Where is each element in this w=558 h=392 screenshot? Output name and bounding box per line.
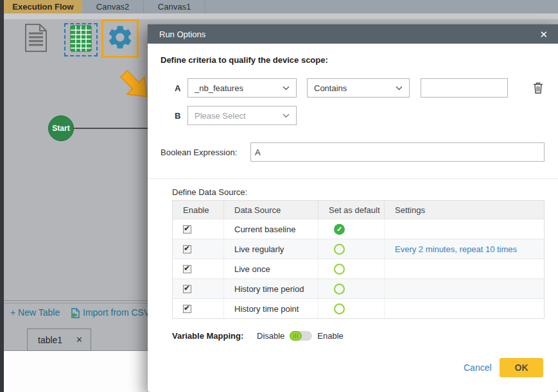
table-row-history-time-period: History time period bbox=[173, 278, 544, 298]
variable-mapping-row: Variable Mapping: Disable Enable bbox=[172, 330, 344, 341]
column-header-set-as-default: Set as default bbox=[318, 201, 385, 219]
app-window: Execution Flow Canvas2 Canvas1 bbox=[0, 0, 558, 392]
criteria-row-b: B Please Select bbox=[148, 106, 558, 125]
field-select-b-value: Please Select bbox=[195, 111, 246, 121]
flow-connector-line bbox=[73, 128, 149, 129]
data-source-name: Live regularly bbox=[224, 239, 318, 259]
data-source-table-header: Enable Data Source Set as default Settin… bbox=[173, 201, 544, 219]
toolbar-strip bbox=[4, 13, 558, 19]
variable-mapping-toggle[interactable] bbox=[290, 331, 312, 341]
column-header-data-source: Data Source bbox=[224, 201, 318, 219]
import-from-csv-button[interactable]: Import from CSV bbox=[83, 307, 150, 318]
column-header-settings: Settings bbox=[385, 201, 544, 219]
boolean-expression-label: Boolean Expression: bbox=[161, 142, 237, 162]
enable-checkbox[interactable] bbox=[183, 245, 191, 253]
settings-cell bbox=[385, 279, 544, 298]
data-source-name: Current baseline bbox=[224, 219, 318, 239]
variable-mapping-label: Variable Mapping: bbox=[172, 331, 257, 341]
boolean-expression-input[interactable] bbox=[250, 142, 545, 162]
trash-icon[interactable] bbox=[533, 82, 543, 96]
column-header-enable: Enable bbox=[173, 201, 224, 219]
left-rail bbox=[0, 0, 4, 392]
table-icon bbox=[70, 25, 92, 55]
chevron-down-icon bbox=[396, 86, 403, 90]
field-select-a-value: _nb_features bbox=[195, 83, 243, 93]
criteria-row-b-label: B bbox=[175, 111, 180, 121]
table1-tab[interactable]: table1 ✕ bbox=[27, 328, 91, 351]
criteria-row-a: A _nb_features Contains bbox=[148, 78, 558, 98]
operator-select-a-value: Contains bbox=[314, 83, 347, 93]
document-icon[interactable] bbox=[24, 24, 48, 55]
data-source-name: History time period bbox=[224, 279, 318, 298]
enable-checkbox[interactable] bbox=[183, 305, 191, 313]
cancel-button[interactable]: Cancel bbox=[464, 362, 492, 373]
gear-icon bbox=[106, 23, 134, 54]
new-table-button[interactable]: + New Table bbox=[10, 307, 60, 318]
criteria-value-input[interactable] bbox=[421, 78, 508, 98]
set-default-radio[interactable] bbox=[334, 224, 345, 235]
table1-tab-label: table1 bbox=[38, 335, 62, 345]
section-separator bbox=[148, 178, 558, 179]
table-row-live-once: Live once bbox=[173, 259, 544, 278]
table-content-area bbox=[4, 350, 149, 392]
chevron-down-icon bbox=[283, 114, 290, 118]
toggle-knob bbox=[290, 331, 302, 341]
table1-tab-close-icon[interactable]: ✕ bbox=[76, 335, 83, 345]
variable-mapping-disable-label: Disable bbox=[257, 331, 284, 341]
tab-canvas1[interactable]: Canvas1 bbox=[144, 0, 205, 13]
table-row-current-baseline: Current baseline bbox=[173, 219, 544, 239]
enable-checkbox[interactable] bbox=[183, 265, 191, 273]
variable-mapping-enable-label: Enable bbox=[317, 331, 343, 341]
enable-checkbox[interactable] bbox=[183, 225, 191, 234]
dialog-title: Run Options bbox=[159, 30, 205, 39]
run-options-dialog: Run Options ✕ Define criteria to qualify… bbox=[148, 24, 558, 392]
boolean-expression-row: Boolean Expression: bbox=[148, 142, 558, 162]
settings-cell bbox=[385, 219, 544, 239]
operator-select-a[interactable]: Contains bbox=[307, 78, 410, 98]
field-select-a[interactable]: _nb_features bbox=[187, 78, 297, 98]
set-default-radio[interactable] bbox=[334, 303, 345, 314]
run-options-tool-highlight[interactable] bbox=[101, 19, 139, 58]
settings-cell bbox=[385, 299, 544, 318]
enable-checkbox[interactable] bbox=[183, 285, 191, 293]
data-source-name: Live once bbox=[224, 259, 318, 278]
ok-button[interactable]: OK bbox=[500, 358, 543, 377]
table-row-live-regularly: Live regularly Every 2 minutes, repeat 1… bbox=[173, 239, 544, 259]
annotation-arrow-icon bbox=[118, 68, 152, 108]
data-source-table: Enable Data Source Set as default Settin… bbox=[172, 200, 545, 319]
table-tool-selection[interactable] bbox=[64, 23, 98, 56]
field-select-b[interactable]: Please Select bbox=[187, 106, 297, 125]
set-default-radio[interactable] bbox=[334, 264, 345, 275]
dialog-header: Run Options ✕ bbox=[148, 24, 558, 44]
tab-execution-flow[interactable]: Execution Flow bbox=[4, 0, 82, 13]
data-source-heading: Define Data Source: bbox=[172, 187, 247, 197]
settings-cell bbox=[385, 259, 544, 278]
start-node[interactable]: Start bbox=[48, 115, 74, 141]
import-csv-icon bbox=[70, 308, 80, 321]
data-source-name: History time point bbox=[224, 299, 318, 318]
set-default-radio[interactable] bbox=[334, 244, 345, 255]
chevron-down-icon bbox=[283, 86, 290, 90]
criteria-heading: Define criteria to qualify the device sc… bbox=[161, 55, 328, 65]
tab-canvas2[interactable]: Canvas2 bbox=[82, 0, 144, 13]
canvas-tabbar: Execution Flow Canvas2 Canvas1 bbox=[4, 0, 558, 13]
settings-link[interactable]: Every 2 minutes, repeat 10 times bbox=[395, 244, 517, 254]
set-default-radio[interactable] bbox=[334, 284, 345, 294]
table-row-history-time-point: History time point bbox=[173, 298, 544, 318]
dialog-close-icon[interactable]: ✕ bbox=[539, 30, 548, 39]
criteria-row-a-label: A bbox=[175, 83, 180, 93]
